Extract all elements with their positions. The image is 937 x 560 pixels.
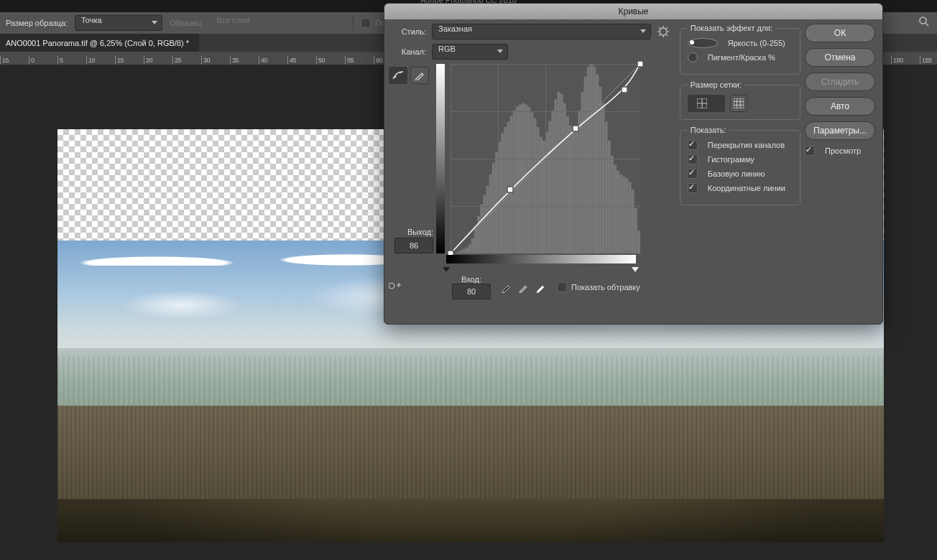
svg-point-0 xyxy=(920,17,926,24)
document-tab[interactable]: ANO0001 Panorama.tif @ 6,25% (Слой 0, RG… xyxy=(0,34,199,52)
gridsize-legend: Размер сетки: xyxy=(688,80,744,89)
effect-fieldset: Показать эффект для: Яркость (0-255) Пиг… xyxy=(680,24,800,75)
search-icon[interactable] xyxy=(918,16,930,27)
style-label: Стиль: xyxy=(389,27,426,36)
grid-coarse[interactable] xyxy=(688,95,725,112)
options-button[interactable]: Параметры... xyxy=(805,121,875,140)
channel-label: Канал: xyxy=(389,47,426,56)
svg-line-7 xyxy=(659,27,660,29)
ok-button[interactable]: ОК xyxy=(805,24,875,42)
svg-point-2 xyxy=(660,28,667,35)
smooth-button[interactable]: Сгладить xyxy=(805,73,875,91)
eyedropper-black-icon[interactable] xyxy=(501,281,512,293)
svg-line-77 xyxy=(451,64,640,253)
check-overlays[interactable]: Перекрытия каналов xyxy=(688,140,793,150)
radio-brightness[interactable]: Яркость (0-255) xyxy=(688,38,793,48)
white-point-slider[interactable] xyxy=(632,267,639,272)
cancel-button[interactable]: Отмена xyxy=(805,48,875,67)
overlays-label: Перекрытия каналов xyxy=(708,141,785,149)
curve-line xyxy=(451,64,640,253)
curve-point[interactable] xyxy=(572,126,578,132)
input-field[interactable] xyxy=(452,284,491,299)
svg-point-11 xyxy=(394,76,397,78)
checkbox-icon xyxy=(361,18,371,28)
show-clipping-label: Показать обтравку xyxy=(571,283,640,291)
svg-line-8 xyxy=(666,35,668,37)
check-histogram[interactable]: Гистограмму xyxy=(688,154,793,164)
radio-icon xyxy=(688,52,698,62)
sample-label: Образец: xyxy=(170,19,203,27)
gridsize-fieldset: Размер сетки: xyxy=(680,80,800,120)
input-gradient xyxy=(446,255,636,263)
checkbox-icon xyxy=(688,140,698,150)
checkbox-icon xyxy=(688,154,698,164)
grid-fine[interactable] xyxy=(730,95,747,112)
sample-size-label: Размер образца: xyxy=(6,19,68,27)
curve-point[interactable] xyxy=(622,87,628,93)
sample-value: Все слои xyxy=(216,16,249,24)
check-intersection[interactable]: Координатные линии xyxy=(688,183,793,193)
radio-icon xyxy=(688,38,718,48)
checkbox-icon xyxy=(688,169,698,179)
intersection-label: Координатные линии xyxy=(708,184,785,192)
checkbox-icon xyxy=(688,183,698,193)
check-baseline[interactable]: Базовую линию xyxy=(688,169,793,179)
show-legend: Показать: xyxy=(688,126,729,134)
svg-rect-81 xyxy=(734,98,744,108)
baseline-label: Базовую линию xyxy=(708,169,765,178)
curve-tool-point[interactable] xyxy=(389,67,407,84)
chevron-down-icon xyxy=(640,29,646,34)
black-point-slider[interactable] xyxy=(443,267,450,272)
style-value: Заказная xyxy=(438,24,472,33)
chevron-down-icon xyxy=(152,21,157,25)
svg-point-12 xyxy=(400,72,402,74)
svg-line-1 xyxy=(926,23,928,26)
svg-line-10 xyxy=(666,27,668,29)
sample-size-value: Точка xyxy=(81,16,102,24)
auto-button[interactable]: Авто xyxy=(805,97,875,116)
style-select[interactable]: Заказная xyxy=(432,24,651,39)
svg-line-9 xyxy=(659,35,660,37)
output-gradient xyxy=(436,64,445,253)
checkbox-icon xyxy=(557,282,567,292)
on-image-tool[interactable] xyxy=(389,281,403,293)
eyedropper-white-icon[interactable] xyxy=(535,281,547,293)
preview-label: Просмотр xyxy=(825,146,861,155)
channel-value: RGB xyxy=(438,45,456,53)
dialog-title: Кривые xyxy=(384,4,882,19)
channel-select[interactable]: RGB xyxy=(432,44,508,60)
histogram-label: Гистограмму xyxy=(708,155,754,164)
brightness-label: Яркость (0-255) xyxy=(728,39,785,47)
effect-legend: Показать эффект для: xyxy=(688,24,776,32)
output-label: Выход: xyxy=(389,228,433,236)
document-tab-label: ANO0001 Panorama.tif @ 6,25% (Слой 0, RG… xyxy=(6,39,189,47)
preset-options-icon[interactable] xyxy=(657,25,670,38)
curves-graph[interactable] xyxy=(451,64,640,253)
curve-tool-pencil[interactable] xyxy=(410,67,429,84)
eyedropper-gray-icon[interactable] xyxy=(518,281,530,293)
input-label: Вход: xyxy=(452,275,491,284)
show-clipping-checkbox[interactable]: Показать обтравку xyxy=(557,282,640,292)
curve-point[interactable] xyxy=(637,61,644,67)
preview-checkbox[interactable]: Просмотр xyxy=(805,146,875,156)
show-fieldset: Показать: Перекрытия каналов Гистограмму… xyxy=(680,126,800,205)
chevron-down-icon xyxy=(497,50,503,54)
output-field[interactable] xyxy=(394,238,433,253)
curves-dialog: Кривые Стиль: Заказная Канал: RGB xyxy=(384,3,883,325)
curve-point[interactable] xyxy=(507,186,513,192)
pigment-label: Пигмент/Краска % xyxy=(708,53,775,62)
radio-pigment[interactable]: Пигмент/Краска % xyxy=(688,52,793,62)
checkbox-icon xyxy=(805,146,815,156)
sample-size-select[interactable]: Точка xyxy=(75,15,162,31)
sample-select[interactable]: Все слои xyxy=(211,16,346,30)
